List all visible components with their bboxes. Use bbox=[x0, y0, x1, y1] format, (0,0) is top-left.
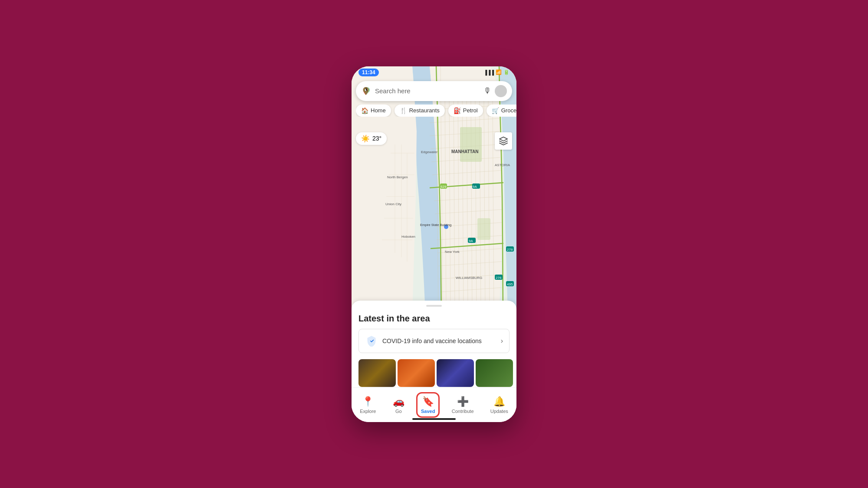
home-indicator-bar bbox=[412, 418, 456, 420]
svg-text:ASTORIA: ASTORIA bbox=[495, 163, 510, 167]
home-pill-label: Home bbox=[371, 107, 386, 114]
sun-weather-icon: ☀️ bbox=[361, 134, 370, 143]
nav-item-updates[interactable]: 🔔 Updates bbox=[487, 393, 512, 416]
svg-text:278: 278 bbox=[507, 248, 513, 252]
photo-thumbnail-4[interactable] bbox=[476, 359, 513, 387]
svg-text:495: 495 bbox=[507, 282, 513, 286]
covid-shield-icon bbox=[365, 334, 378, 347]
svg-rect-31 bbox=[477, 218, 490, 240]
updates-nav-label: Updates bbox=[490, 409, 508, 414]
pill-home[interactable]: 🏠 Home bbox=[356, 105, 391, 117]
svg-text:New York: New York bbox=[445, 250, 460, 254]
groceries-pill-icon: 🛒 bbox=[492, 107, 499, 114]
restaurants-pill-icon: 🍴 bbox=[400, 107, 407, 114]
signal-bars-icon: ▐▐▐ bbox=[484, 70, 494, 75]
svg-text:276: 276 bbox=[496, 276, 502, 280]
contribute-nav-label: Contribute bbox=[452, 409, 474, 414]
map-area[interactable]: HARLEM MANHATTAN North Bergen Edgewater … bbox=[352, 66, 516, 314]
svg-text:MANHATTAN: MANHATTAN bbox=[451, 149, 478, 154]
petrol-pill-label: Petrol bbox=[463, 107, 478, 114]
weather-widget[interactable]: ☀️ 23° bbox=[356, 132, 387, 145]
updates-nav-icon: 🔔 bbox=[493, 396, 505, 407]
status-time: 11:34 bbox=[358, 69, 379, 76]
svg-text:629: 629 bbox=[441, 185, 447, 189]
search-bar[interactable]: Search here 🎙 bbox=[356, 81, 512, 101]
covid-info-card[interactable]: COVID-19 info and vaccine locations › bbox=[358, 329, 510, 353]
svg-text:Union City: Union City bbox=[385, 202, 401, 206]
microphone-icon[interactable]: 🎙 bbox=[483, 86, 491, 95]
petrol-pill-icon: ⛽ bbox=[454, 107, 461, 114]
pill-groceries[interactable]: 🛒 Groce bbox=[487, 105, 516, 117]
google-maps-logo-icon bbox=[361, 86, 371, 96]
explore-nav-label: Explore bbox=[360, 409, 376, 414]
saved-nav-label: Saved bbox=[421, 409, 435, 414]
svg-text:WILLIAMSBURG: WILLIAMSBURG bbox=[456, 276, 482, 280]
svg-text:Empire State Building: Empire State Building bbox=[420, 223, 451, 227]
layers-icon bbox=[499, 136, 508, 146]
covid-card-text: COVID-19 info and vaccine locations bbox=[382, 337, 501, 344]
go-nav-label: Go bbox=[395, 409, 402, 414]
contribute-nav-icon: ➕ bbox=[457, 396, 469, 407]
latest-in-area-title: Latest in the area bbox=[352, 314, 516, 324]
photo-thumbnail-2[interactable] bbox=[398, 359, 435, 387]
explore-nav-icon: 📍 bbox=[362, 396, 374, 407]
nav-item-explore[interactable]: 📍 Explore bbox=[356, 393, 379, 416]
go-nav-icon: 🚗 bbox=[393, 396, 404, 407]
temperature-text: 23° bbox=[372, 135, 381, 142]
photo-thumbnails-row bbox=[352, 359, 516, 387]
home-pill-icon: 🏠 bbox=[361, 107, 368, 114]
svg-text:Hoboken: Hoboken bbox=[401, 235, 415, 239]
nav-item-saved[interactable]: 🔖 Saved bbox=[418, 393, 438, 416]
pill-petrol[interactable]: ⛽ Petrol bbox=[448, 105, 483, 117]
map-layers-button[interactable] bbox=[495, 132, 512, 150]
svg-rect-30 bbox=[460, 127, 482, 162]
svg-text:Edgewater: Edgewater bbox=[421, 150, 438, 154]
search-placeholder-text: Search here bbox=[375, 87, 483, 95]
wifi-icon: 📶 bbox=[496, 69, 502, 75]
photo-thumbnail-3[interactable] bbox=[437, 359, 474, 387]
map-svg: HARLEM MANHATTAN North Bergen Edgewater … bbox=[352, 66, 516, 314]
svg-text:9A: 9A bbox=[469, 239, 473, 243]
restaurants-pill-label: Restaurants bbox=[409, 107, 440, 114]
bottom-navigation-bar: 📍 Explore 🚗 Go 🔖 Saved ➕ Contribute 🔔 Up… bbox=[352, 387, 516, 422]
category-pills-row: 🏠 Home 🍴 Restaurants ⛽ Petrol 🛒 Groce bbox=[356, 105, 516, 117]
covid-chevron-right-icon: › bbox=[501, 337, 503, 345]
user-avatar[interactable] bbox=[495, 85, 507, 97]
svg-text:9A: 9A bbox=[473, 185, 477, 189]
saved-nav-icon: 🔖 bbox=[422, 396, 434, 407]
groceries-pill-label: Groce bbox=[501, 107, 516, 114]
nav-item-go[interactable]: 🚗 Go bbox=[389, 393, 408, 416]
photo-thumbnail-1[interactable] bbox=[358, 359, 396, 387]
status-bar: 11:34 ▐▐▐ 📶 🔋 bbox=[352, 66, 516, 79]
pill-restaurants[interactable]: 🍴 Restaurants bbox=[395, 105, 445, 117]
map-background: HARLEM MANHATTAN North Bergen Edgewater … bbox=[352, 66, 516, 314]
status-icons: ▐▐▐ 📶 🔋 bbox=[484, 69, 510, 75]
phone-frame: 11:34 ▐▐▐ 📶 🔋 bbox=[352, 66, 516, 422]
sheet-drag-handle[interactable] bbox=[426, 305, 442, 307]
svg-text:North Bergen: North Bergen bbox=[387, 175, 408, 179]
nav-item-contribute[interactable]: ➕ Contribute bbox=[448, 393, 477, 416]
battery-icon: 🔋 bbox=[503, 69, 510, 75]
